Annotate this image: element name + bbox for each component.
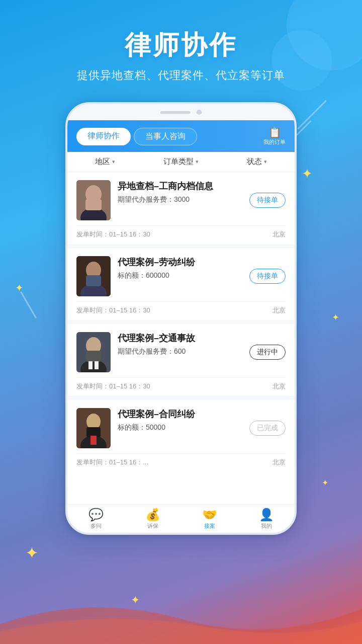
- order-location-3: 北京: [273, 382, 286, 391]
- order-card-3[interactable]: 代理案例–交通事故 期望代办服务费：600 进行中 发单时间：01–15 16：…: [67, 324, 295, 396]
- order-detail-1: 期望代办服务费：3000: [118, 195, 242, 204]
- nav-mine[interactable]: 👤 我的: [238, 509, 295, 530]
- notch-line: [160, 111, 191, 114]
- order-bottom-3: 发单时间：01–15 16：30 北京: [76, 377, 286, 391]
- my-orders-button[interactable]: 📋 我的订单: [263, 127, 286, 146]
- bottom-nav: 💬 多问 💰 诉保 🤝 接案 👤 我的: [67, 504, 295, 533]
- svg-rect-18: [90, 436, 97, 445]
- filter-order-type[interactable]: 订单类型 ▾: [143, 157, 219, 167]
- svg-rect-12: [88, 361, 93, 369]
- avatar-4: [76, 408, 111, 448]
- nav-ask[interactable]: 💬 多问: [67, 509, 124, 530]
- sparkle-2: ✦: [15, 282, 24, 294]
- sparkle-3: ✦: [332, 312, 339, 323]
- tab-client-consult[interactable]: 当事人咨询: [134, 128, 197, 145]
- order-info-2: 代理案例–劳动纠纷 标的额：600000: [118, 256, 242, 280]
- order-time-3: 发单时间：01–15 16：30: [76, 382, 150, 391]
- order-detail-4: 标的额：50000: [118, 423, 242, 432]
- avatar-2: [76, 256, 111, 296]
- avatar-1: [76, 180, 111, 220]
- order-time-4: 发单时间：01–15 16：...: [76, 458, 148, 467]
- nav-cases[interactable]: 🤝 接案: [181, 509, 238, 530]
- orders-icon: 📋: [268, 127, 281, 137]
- ask-icon: 💬: [88, 509, 104, 521]
- order-top-4: 代理案例–合同纠纷 标的额：50000 已完成: [76, 408, 286, 448]
- svg-rect-11: [86, 351, 101, 362]
- avatar-3: [76, 332, 111, 372]
- sparkle-5: ✦: [131, 594, 140, 607]
- phone-notch: [67, 104, 295, 120]
- notch-dot: [197, 110, 202, 115]
- order-top-1: 异地查档–工商内档信息 期望代办服务费：3000 待接单: [76, 180, 286, 220]
- phone-frame: 律师协作 当事人咨询 📋 我的订单 地区 ▾ 订单类型 ▾ 状态 ▾: [65, 102, 297, 535]
- order-bottom-1: 发单时间：01–15 16：30 北京: [76, 225, 286, 239]
- order-location-1: 北京: [273, 230, 286, 239]
- nav-cases-label: 接案: [204, 522, 215, 530]
- order-top-2: 代理案例–劳动纠纷 标的额：600000 待接单: [76, 256, 286, 296]
- order-card-1[interactable]: 异地查档–工商内档信息 期望代办服务费：3000 待接单 发单时间：01–15 …: [67, 172, 295, 244]
- chevron-down-icon-2: ▾: [196, 158, 199, 165]
- status-badge-2[interactable]: 待接单: [249, 269, 286, 284]
- order-location-4: 北京: [273, 458, 286, 467]
- phone-header: 律师协作 当事人咨询 📋 我的订单: [67, 120, 295, 152]
- order-title-1: 异地查档–工商内档信息: [118, 180, 242, 192]
- cases-icon: 🤝: [202, 509, 217, 521]
- svg-rect-13: [95, 361, 99, 369]
- nav-ask-label: 多问: [90, 522, 102, 530]
- order-time-1: 发单时间：01–15 16：30: [76, 230, 150, 239]
- sparkle-1: ✦: [302, 166, 313, 182]
- order-top-3: 代理案例–交通事故 期望代办服务费：600 进行中: [76, 332, 286, 372]
- order-bottom-2: 发单时间：01–15 16：30 北京: [76, 301, 286, 315]
- header: 律师协作 提供异地查档、代理案件、代立案等订单: [0, 0, 362, 93]
- page-title: 律师协作: [0, 28, 362, 63]
- filter-region[interactable]: 地区 ▾: [67, 157, 143, 167]
- filter-status-label: 状态: [247, 157, 262, 167]
- order-detail-2: 标的额：600000: [118, 271, 242, 280]
- order-bottom-4: 发单时间：01–15 16：... 北京: [76, 453, 286, 467]
- mine-icon: 👤: [259, 509, 274, 521]
- my-orders-label: 我的订单: [263, 138, 286, 146]
- sparkle-6: ✦: [322, 478, 328, 488]
- order-title-3: 代理案例–交通事故: [118, 332, 242, 344]
- svg-rect-3: [85, 199, 102, 210]
- chevron-down-icon: ▾: [112, 158, 115, 165]
- order-title-4: 代理案例–合同纠纷: [118, 408, 242, 420]
- status-badge-4[interactable]: 已完成: [249, 421, 286, 436]
- order-title-2: 代理案例–劳动纠纷: [118, 256, 242, 268]
- nav-insurance-label: 诉保: [147, 522, 158, 530]
- chevron-down-icon-3: ▾: [264, 158, 267, 165]
- svg-rect-7: [86, 275, 101, 286]
- nav-insurance[interactable]: 💰 诉保: [124, 509, 181, 530]
- tab-group: 律师协作 当事人咨询: [76, 128, 197, 145]
- nav-mine-label: 我的: [261, 522, 272, 530]
- status-badge-3[interactable]: 进行中: [249, 345, 286, 360]
- status-badge-1[interactable]: 待接单: [249, 193, 286, 208]
- bottom-wave: [0, 584, 362, 644]
- sparkle-4: ✦: [25, 543, 39, 562]
- order-card-2[interactable]: 代理案例–劳动纠纷 标的额：600000 待接单 发单时间：01–15 16：3…: [67, 248, 295, 320]
- filter-status[interactable]: 状态 ▾: [219, 157, 295, 167]
- order-location-2: 北京: [273, 306, 286, 315]
- filter-order-type-label: 订单类型: [163, 157, 194, 167]
- order-info-1: 异地查档–工商内档信息 期望代办服务费：3000: [118, 180, 242, 204]
- order-list: 异地查档–工商内档信息 期望代办服务费：3000 待接单 发单时间：01–15 …: [67, 172, 295, 471]
- order-detail-3: 期望代办服务费：600: [118, 347, 242, 356]
- filter-bar: 地区 ▾ 订单类型 ▾ 状态 ▾: [67, 152, 295, 172]
- order-card-4[interactable]: 代理案例–合同纠纷 标的额：50000 已完成 发单时间：01–15 16：..…: [67, 400, 295, 471]
- insurance-icon: 💰: [145, 509, 160, 521]
- order-time-2: 发单时间：01–15 16：30: [76, 306, 150, 315]
- page-subtitle: 提供异地查档、代理案件、代立案等订单: [0, 68, 362, 83]
- order-info-4: 代理案例–合同纠纷 标的额：50000: [118, 408, 242, 432]
- order-info-3: 代理案例–交通事故 期望代办服务费：600: [118, 332, 242, 356]
- tab-lawyer-collab[interactable]: 律师协作: [76, 128, 131, 145]
- filter-region-label: 地区: [95, 157, 110, 167]
